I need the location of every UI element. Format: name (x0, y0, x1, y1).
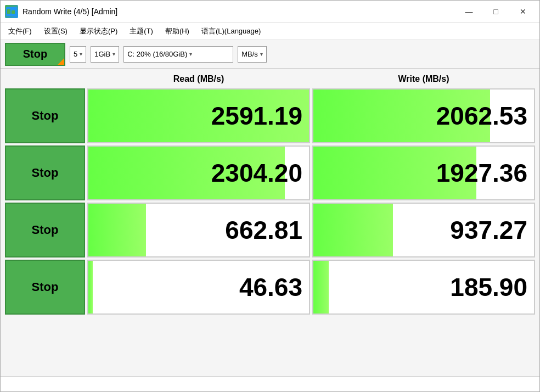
write-bar-3 (313, 204, 393, 256)
read-value-4: 46.63 (239, 272, 302, 302)
window-title: Random Write (4/5) [Admin] (22, 7, 457, 16)
bench-row-3: Stop 662.81 937.27 (5, 203, 535, 257)
svg-rect-2 (12, 10, 15, 14)
menu-theme[interactable]: 主题(T) (124, 24, 159, 38)
bench-row-2: Stop 2304.20 1927.36 (5, 145, 535, 200)
read-cell-4: 46.63 (87, 260, 310, 315)
write-header: Write (MB/s) (312, 72, 535, 86)
maximize-button[interactable]: □ (483, 4, 508, 19)
passes-arrow-icon: ▾ (80, 51, 82, 57)
menu-help[interactable]: 帮助(H) (160, 24, 195, 38)
write-cell-1: 2062.53 (312, 88, 535, 143)
svg-rect-1 (7, 9, 10, 14)
write-value-2: 1927.36 (436, 158, 527, 188)
read-cell-1: 2591.19 (87, 88, 310, 143)
write-cell-4: 185.90 (312, 260, 535, 315)
drive-select[interactable]: C: 20% (16/80GiB) ▾ (123, 46, 233, 63)
read-cell-2: 2304.20 (87, 145, 310, 200)
write-value-1: 2062.53 (436, 101, 527, 131)
bench-row-1: Stop 2591.19 2062.53 (5, 88, 535, 143)
column-headers: Read (MB/s) Write (MB/s) (87, 72, 535, 86)
app-icon (5, 5, 18, 18)
menu-file[interactable]: 文件(F) (3, 24, 37, 38)
unit-select[interactable]: MB/s ▾ (238, 46, 267, 63)
minimize-button[interactable]: — (457, 4, 481, 19)
menu-settings[interactable]: 设置(S) (38, 24, 73, 38)
title-bar: Random Write (4/5) [Admin] — □ ✕ (1, 1, 539, 23)
stop-button-2[interactable]: Stop (5, 145, 85, 200)
read-value-2: 2304.20 (211, 158, 302, 188)
drive-arrow-icon: ▾ (189, 51, 192, 57)
stop-button-4[interactable]: Stop (5, 260, 85, 315)
write-value-3: 937.27 (450, 215, 527, 245)
passes-select[interactable]: 5 ▾ (70, 46, 86, 63)
status-bar (1, 376, 539, 391)
read-header: Read (MB/s) (87, 72, 310, 86)
read-bar-4 (88, 261, 93, 313)
main-stop-button[interactable]: Stop (5, 43, 65, 66)
size-select[interactable]: 1GiB ▾ (91, 46, 119, 63)
content-area: Read (MB/s) Write (MB/s) Stop 2591.19 20… (1, 69, 539, 376)
main-window: Random Write (4/5) [Admin] — □ ✕ 文件(F) 设… (0, 0, 540, 392)
read-bar-3 (88, 204, 146, 256)
write-bar-4 (313, 261, 329, 313)
menu-display[interactable]: 显示状态(P) (74, 24, 123, 38)
bench-row-4: Stop 46.63 185.90 (5, 260, 535, 315)
stop-button-3[interactable]: Stop (5, 203, 85, 257)
toolbar: Stop 5 ▾ 1GiB ▾ C: 20% (16/80GiB) ▾ MB/s… (1, 40, 539, 69)
read-cell-3: 662.81 (87, 203, 310, 257)
write-cell-2: 1927.36 (312, 145, 535, 200)
read-value-1: 2591.19 (211, 101, 302, 131)
write-value-4: 185.90 (450, 272, 527, 302)
close-button[interactable]: ✕ (510, 4, 535, 19)
menu-bar: 文件(F) 设置(S) 显示状态(P) 主题(T) 帮助(H) 语言(L)(La… (1, 23, 539, 40)
read-value-3: 662.81 (225, 215, 302, 245)
write-cell-3: 937.27 (312, 203, 535, 257)
unit-arrow-icon: ▾ (260, 51, 263, 57)
size-arrow-icon: ▾ (113, 51, 115, 57)
stop-button-1[interactable]: Stop (5, 88, 85, 143)
menu-language[interactable]: 语言(L)(Language) (196, 24, 266, 38)
window-controls: — □ ✕ (457, 4, 535, 19)
